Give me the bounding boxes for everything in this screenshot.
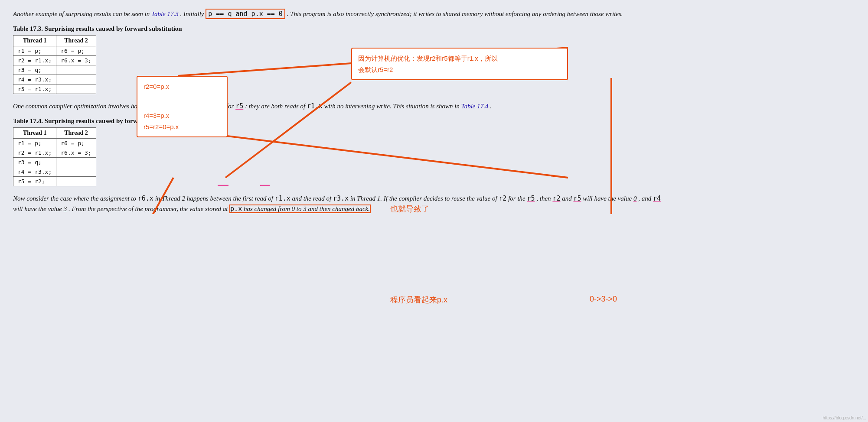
annotation-chinese-text: 因为计算机的优化：发现r2和r5都等于r1.x，所以 bbox=[358, 53, 561, 64]
bt3: and the read of bbox=[292, 195, 331, 202]
t1r1c1: r1 = p; bbox=[13, 46, 56, 56]
bc2: r1.x bbox=[275, 195, 290, 202]
watermark: https://blog.csdn.net/... bbox=[822, 416, 866, 420]
table-row: r1 = p; r6 = p; bbox=[13, 139, 96, 148]
bc7: r5 bbox=[573, 195, 581, 202]
t1r4c1: r4 = r3.x; bbox=[13, 75, 56, 84]
table1-title: Table 17.3. Surprising results caused by… bbox=[13, 25, 663, 32]
cross-line-3 bbox=[178, 130, 568, 178]
annotation-text-3: 0->3->0 bbox=[590, 295, 617, 304]
t1r4c2 bbox=[56, 75, 96, 84]
table-row: r2 = r1.x; r6.x = 3; bbox=[13, 148, 96, 158]
t1r1c2: r6 = p; bbox=[56, 46, 96, 56]
annotation-box-1: r2=0=p.x r4=3=p.x r5=r2=0=p.x bbox=[137, 76, 228, 137]
main-content: Another example of surprising results ca… bbox=[13, 9, 663, 214]
bt9: , and bbox=[638, 195, 651, 202]
table2: Thread 1 Thread 2 r1 = p; r6 = p; r2 = r… bbox=[13, 127, 96, 186]
table1: Thread 1 Thread 2 r1 = p; r6 = p; r2 = r… bbox=[13, 35, 96, 94]
t2r1c1: r1 = p; bbox=[13, 139, 56, 148]
arrows-overlay bbox=[13, 9, 663, 214]
table-row: r2 = r1.x; r6.x = 3; bbox=[13, 56, 96, 65]
middle-code-2: r5 bbox=[235, 102, 243, 110]
table-ref-2-link[interactable]: Table 17.4 bbox=[461, 103, 489, 110]
intro-text-1: Another example of surprising results ca… bbox=[13, 10, 150, 17]
t2r2c2: r6.x = 3; bbox=[56, 148, 96, 158]
t1r3c1: r3 = q; bbox=[13, 65, 56, 75]
table1-header-1: Thread 1 bbox=[13, 36, 56, 46]
bv3: 0 bbox=[292, 205, 295, 212]
t1r2c2: r6.x = 3; bbox=[56, 56, 96, 65]
t2r4c1: r4 = r3.x; bbox=[13, 167, 56, 177]
annotation-box-2: 因为计算机的优化：发现r2和r5都等于r1.x，所以 会默认r5=r2 bbox=[351, 48, 568, 80]
bt4: in Thread 1. If the compiler decides to … bbox=[350, 195, 497, 202]
table-row: r3 = q; bbox=[13, 158, 96, 167]
bt6: , then bbox=[536, 195, 551, 202]
middle-text-3: ; they are both reads of bbox=[245, 103, 305, 110]
t2r3c2 bbox=[56, 158, 96, 167]
bt7: and bbox=[562, 195, 572, 202]
t2r4c2 bbox=[56, 167, 96, 177]
middle-paragraph: One common compiler optimization involve… bbox=[13, 101, 663, 111]
middle-text-4: with no intervening write. This situatio… bbox=[324, 103, 460, 110]
intro-paragraph: Another example of surprising results ca… bbox=[13, 9, 663, 19]
bc8: r4 bbox=[653, 195, 661, 202]
intro-text-2: . Initially bbox=[180, 10, 204, 17]
table-row: r5 = r1.x; bbox=[13, 84, 96, 94]
cross-line-2 bbox=[225, 82, 351, 178]
table1-header-2: Thread 2 bbox=[56, 36, 96, 46]
t1r3c2 bbox=[56, 65, 96, 75]
annotation-text-2: 程序员看起来p.x bbox=[390, 295, 447, 305]
bc9: p.x bbox=[230, 205, 242, 213]
bc1: r6.x bbox=[138, 195, 153, 202]
t2r5c2 bbox=[56, 177, 96, 186]
bt5: for the bbox=[508, 195, 525, 202]
table-row: r3 = q; bbox=[13, 65, 96, 75]
table-row: r5 = r2; bbox=[13, 177, 96, 186]
bv1: 0 bbox=[633, 195, 637, 202]
annotation-chinese-text-2: 会默认r5=r2 bbox=[358, 64, 561, 75]
annotation-line-2: r4=3=p.x bbox=[144, 110, 221, 121]
bt11: . From the perspective of the programmer… bbox=[69, 205, 228, 212]
bt14: and then changed back. bbox=[308, 205, 370, 212]
middle-code-3: r1.x bbox=[307, 102, 323, 110]
bt13: to bbox=[297, 205, 302, 212]
table-row: r1 = p; r6 = p; bbox=[13, 46, 96, 56]
annotation-line-3: r5=r2=0=p.x bbox=[144, 121, 221, 133]
bt8: will have the value bbox=[583, 195, 632, 202]
t2r2c1: r2 = r1.x; bbox=[13, 148, 56, 158]
bc4: r2 bbox=[499, 195, 506, 202]
table-row: r4 = r3.x; bbox=[13, 75, 96, 84]
bt12: has changed from bbox=[244, 205, 290, 212]
t1r5c2 bbox=[56, 84, 96, 94]
table2-title: Table 17.4. Surprising results caused by… bbox=[13, 117, 663, 125]
annotation-text-1: 也就导致了 bbox=[390, 204, 429, 214]
annotation-spacer bbox=[144, 96, 221, 107]
bv2: 3 bbox=[64, 205, 67, 212]
bottom-paragraph: Now consider the case where the assignme… bbox=[13, 193, 663, 214]
annotation-line-1: r2=0=p.x bbox=[144, 81, 221, 92]
bt10: will have the value bbox=[13, 205, 62, 212]
bc3: r3.x bbox=[333, 195, 349, 202]
t2r3c1: r3 = q; bbox=[13, 158, 56, 167]
t2r1c2: r6 = p; bbox=[56, 139, 96, 148]
bc5: r5 bbox=[527, 195, 535, 202]
table2-header-1: Thread 1 bbox=[13, 128, 56, 139]
bt1: Now consider the case where the assignme… bbox=[13, 195, 136, 202]
initial-condition: p == q and p.x == 0 bbox=[206, 9, 285, 19]
bt2: in Thread 2 happens between the first re… bbox=[155, 195, 273, 202]
table-row: r4 = r3.x; bbox=[13, 167, 96, 177]
t2r5c1: r5 = r2; bbox=[13, 177, 56, 186]
t1r5c1: r5 = r1.x; bbox=[13, 84, 56, 94]
table-ref-1-link[interactable]: Table 17.3 bbox=[151, 10, 179, 17]
bc6: r2 bbox=[552, 195, 560, 202]
t1r2c1: r2 = r1.x; bbox=[13, 56, 56, 65]
table2-header-2: Thread 2 bbox=[56, 128, 96, 139]
middle-text-5: . bbox=[490, 103, 492, 110]
bv4: 3 bbox=[303, 205, 307, 212]
intro-text-3: . This program is also incorrectly synch… bbox=[287, 10, 623, 17]
